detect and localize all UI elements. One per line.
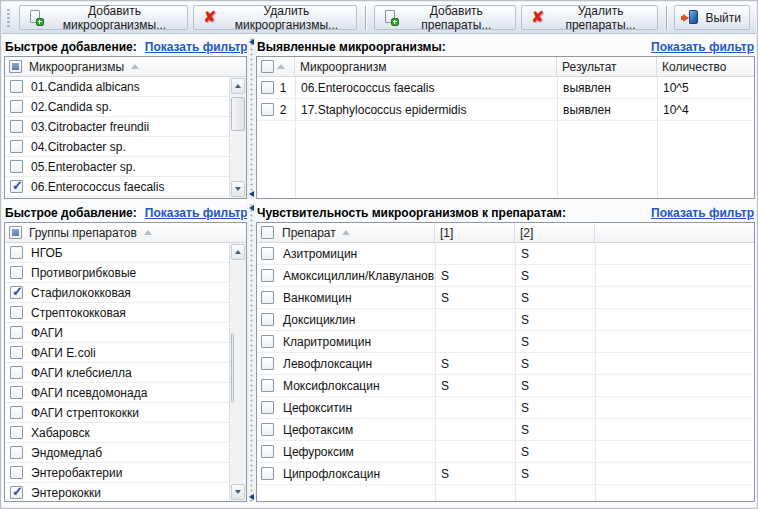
- table-row[interactable]: ЦефотаксимS: [257, 419, 754, 441]
- list-item[interactable]: Стафилококковая: [5, 283, 229, 303]
- checkbox[interactable]: [10, 406, 23, 419]
- checkbox[interactable]: [10, 100, 23, 113]
- list-item[interactable]: Энтеробактерии: [5, 463, 229, 483]
- list-item[interactable]: 05.Enterobacter sp.: [5, 157, 229, 177]
- checkbox[interactable]: [261, 247, 274, 260]
- table-row[interactable]: ЛевофлоксацинSS: [257, 353, 754, 375]
- table-row[interactable]: АзитромицинS: [257, 243, 754, 265]
- checkbox[interactable]: [10, 486, 23, 499]
- scroll-track[interactable]: [230, 261, 246, 483]
- checkbox[interactable]: [261, 103, 274, 116]
- column-header-count[interactable]: Количество: [657, 57, 754, 76]
- list-item[interactable]: ФАГИ псевдомонада: [5, 383, 229, 403]
- show-filter-link[interactable]: Показать фильтр: [651, 206, 754, 220]
- list-item[interactable]: НГОБ: [5, 243, 229, 263]
- table-row[interactable]: Амоксициллин/Клавуланов...SS: [257, 265, 754, 287]
- table-row[interactable]: ЦефокситинS: [257, 397, 754, 419]
- checkbox[interactable]: [10, 346, 23, 359]
- show-filter-link[interactable]: Показать фильтр: [651, 40, 754, 54]
- show-filter-link[interactable]: Показать фильтр: [145, 206, 248, 220]
- list-item[interactable]: 02.Candida sp.: [5, 97, 229, 117]
- checkbox[interactable]: [261, 423, 274, 436]
- checkbox[interactable]: [261, 335, 274, 348]
- list-item[interactable]: 01.Candida albicans: [5, 77, 229, 97]
- column-header-drug[interactable]: Препарат: [277, 223, 435, 242]
- show-filter-link[interactable]: Показать фильтр: [145, 40, 248, 54]
- exit-button[interactable]: Выйти: [674, 5, 750, 30]
- list-column-header[interactable]: Микроорганизмы: [5, 57, 246, 77]
- checkbox[interactable]: [10, 80, 23, 93]
- vertical-scrollbar[interactable]: [229, 77, 246, 198]
- checkbox[interactable]: [261, 401, 274, 414]
- scroll-down-button[interactable]: [231, 484, 245, 500]
- checkbox[interactable]: [261, 357, 274, 370]
- column-header-1[interactable]: [1]: [435, 223, 515, 242]
- select-all-checkbox[interactable]: [9, 60, 22, 73]
- list-item[interactable]: Противогрибковые: [5, 263, 229, 283]
- list-item[interactable]: 06.Enterococcus faecalis: [5, 177, 229, 197]
- scroll-thumb[interactable]: [231, 97, 245, 131]
- list-item[interactable]: ФАГИ: [5, 323, 229, 343]
- vertical-scrollbar[interactable]: [229, 243, 246, 501]
- column-header-2[interactable]: [2]: [515, 223, 595, 242]
- list-item[interactable]: 04.Citrobacter sp.: [5, 137, 229, 157]
- list-item[interactable]: ФАГИ стрептококки: [5, 403, 229, 423]
- list-item[interactable]: 03.Citrobacter freundii: [5, 117, 229, 137]
- scroll-down-button[interactable]: [231, 181, 245, 197]
- list-item[interactable]: ФАГИ E.coli: [5, 343, 229, 363]
- scroll-track[interactable]: [230, 95, 246, 180]
- select-all-column-header[interactable]: [257, 57, 295, 76]
- table-row[interactable]: 2 17.Staphylococcus epidermidis выявлен …: [257, 99, 754, 121]
- select-all-checkbox[interactable]: [9, 226, 22, 239]
- list-column-header[interactable]: Группы препаратов: [5, 223, 246, 243]
- table-row[interactable]: КларитромицинS: [257, 331, 754, 353]
- checkbox[interactable]: [10, 386, 23, 399]
- checkbox[interactable]: [10, 160, 23, 173]
- checkbox[interactable]: [261, 445, 274, 458]
- table-row[interactable]: ДоксициклинS: [257, 309, 754, 331]
- toolbar-grip[interactable]: [7, 7, 10, 29]
- checkbox[interactable]: [261, 269, 274, 282]
- list-item[interactable]: Хабаровск: [5, 423, 229, 443]
- column-header-microorganism[interactable]: Микроорганизм: [295, 57, 557, 76]
- checkbox[interactable]: [10, 286, 23, 299]
- vertical-splitter[interactable]: [247, 37, 256, 199]
- checkbox[interactable]: [261, 291, 274, 304]
- table-row[interactable]: МоксифлоксацинSS: [257, 375, 754, 397]
- table-row[interactable]: ЦефуроксимS: [257, 441, 754, 463]
- checkbox[interactable]: [10, 246, 23, 259]
- checkbox[interactable]: [10, 366, 23, 379]
- checkbox[interactable]: [10, 426, 23, 439]
- scroll-thumb[interactable]: [231, 333, 234, 403]
- table-row[interactable]: 1 06.Enterococcus faecalis выявлен 10^5: [257, 77, 754, 99]
- select-all-column-header[interactable]: [257, 223, 277, 242]
- table-row[interactable]: ЦипрофлоксацинSS: [257, 463, 754, 485]
- checkbox[interactable]: [261, 81, 274, 94]
- checkbox[interactable]: [261, 313, 274, 326]
- add-drugs-button[interactable]: Добавить препараты...: [374, 5, 516, 30]
- select-all-checkbox[interactable]: [261, 226, 274, 239]
- checkbox[interactable]: [10, 140, 23, 153]
- scroll-up-button[interactable]: [231, 78, 245, 94]
- vertical-splitter[interactable]: [247, 203, 256, 502]
- list-item[interactable]: ФАГИ клебсиелла: [5, 363, 229, 383]
- checkbox[interactable]: [261, 379, 274, 392]
- checkbox[interactable]: [261, 467, 274, 480]
- checkbox[interactable]: [10, 266, 23, 279]
- delete-microorganisms-button[interactable]: Удалить микроорганизмы...: [193, 5, 357, 30]
- list-item[interactable]: Эндомедлаб: [5, 443, 229, 463]
- column-header-result[interactable]: Результат: [557, 57, 657, 76]
- checkbox[interactable]: [10, 466, 23, 479]
- table-row[interactable]: ВанкомицинSS: [257, 287, 754, 309]
- list-item[interactable]: Энтерококки: [5, 483, 229, 502]
- add-microorganisms-button[interactable]: Добавить микроорганизмы...: [19, 5, 189, 30]
- checkbox[interactable]: [10, 180, 23, 193]
- checkbox[interactable]: [10, 326, 23, 339]
- list-item[interactable]: Стрептококковая: [5, 303, 229, 323]
- select-all-checkbox[interactable]: [261, 60, 274, 73]
- checkbox[interactable]: [10, 306, 23, 319]
- checkbox[interactable]: [10, 446, 23, 459]
- scroll-up-button[interactable]: [231, 244, 245, 260]
- delete-drugs-button[interactable]: Удалить препараты...: [521, 5, 657, 30]
- checkbox[interactable]: [10, 120, 23, 133]
